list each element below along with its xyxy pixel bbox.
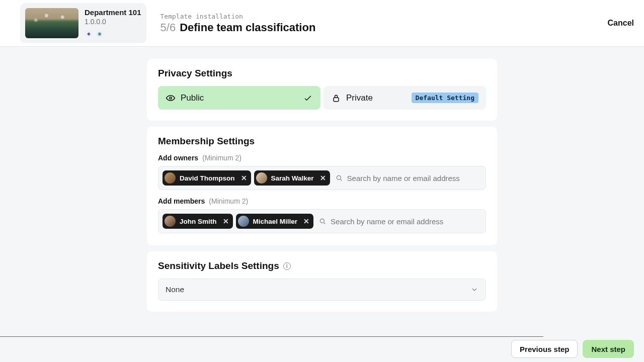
members-input[interactable]: John Smith ✕ Michael Miller ✕ <box>158 209 486 233</box>
remove-owner-icon[interactable]: ✕ <box>241 174 247 182</box>
remove-member-icon[interactable]: ✕ <box>303 217 309 225</box>
member-chip-name: John Smith <box>180 218 217 225</box>
members-field-label: Add members (Minimum 2) <box>158 197 486 205</box>
members-label-text: Add members <box>158 197 205 205</box>
privacy-public-label: Public <box>181 93 204 103</box>
lock-icon <box>331 93 341 103</box>
default-setting-badge: Default Setting <box>412 93 478 103</box>
avatar <box>238 216 249 227</box>
next-step-button[interactable]: Next step <box>583 340 634 358</box>
template-app-badges: ◆ ◉ <box>85 30 141 38</box>
sensitivity-select[interactable]: None <box>158 279 486 301</box>
owners-label-text: Add owners <box>158 154 198 162</box>
search-icon <box>318 217 327 225</box>
info-icon[interactable]: i <box>283 262 291 270</box>
owners-input[interactable]: David Thompson ✕ Sarah Walker ✕ <box>158 166 486 190</box>
membership-settings-card: Membership Settings Add owners (Minimum … <box>147 127 497 245</box>
member-chip: John Smith ✕ <box>163 214 233 229</box>
template-name: Department 101 <box>85 8 141 17</box>
owner-chip: Sarah Walker ✕ <box>254 170 330 186</box>
owner-chip-name: Sarah Walker <box>271 174 314 182</box>
privacy-private-label: Private <box>346 93 373 103</box>
remove-member-icon[interactable]: ✕ <box>223 217 229 225</box>
chevron-down-icon <box>470 286 478 294</box>
wizard-header: Department 101 1.0.0.0 ◆ ◉ Template inst… <box>0 0 644 47</box>
privacy-option-private[interactable]: Private Default Setting <box>324 86 486 110</box>
member-chip: Michael Miller ✕ <box>236 214 314 229</box>
owners-hint: (Minimum 2) <box>202 154 242 162</box>
previous-step-button[interactable]: Previous step <box>511 340 578 358</box>
wizard-title-block: Template installation 5/6 Define team cl… <box>160 13 316 34</box>
svg-point-0 <box>170 97 172 99</box>
avatar <box>165 216 176 227</box>
svg-rect-1 <box>334 98 339 102</box>
sensitivity-selected-value: None <box>166 285 184 294</box>
step-counter: 5/6 <box>160 21 176 34</box>
step-title: Define team classification <box>180 21 315 34</box>
search-icon <box>335 174 343 182</box>
members-search-input[interactable] <box>331 217 461 226</box>
remove-owner-icon[interactable]: ✕ <box>320 174 326 182</box>
owners-field-label: Add owners (Minimum 2) <box>158 154 486 162</box>
owner-chip: David Thompson ✕ <box>163 170 251 186</box>
owners-search <box>333 174 478 183</box>
member-chip-name: Michael Miller <box>253 218 298 225</box>
sensitivity-settings-title: Sensitivity Labels Settings i <box>158 260 486 272</box>
avatar <box>256 172 267 184</box>
template-card: Department 101 1.0.0.0 ◆ ◉ <box>20 3 146 43</box>
privacy-settings-title: Privacy Settings <box>158 68 486 79</box>
membership-settings-title: Membership Settings <box>158 136 486 147</box>
privacy-settings-card: Privacy Settings Public Private Default … <box>147 59 497 121</box>
teams-icon: ◆ <box>85 30 93 38</box>
eye-icon <box>166 93 176 103</box>
check-icon <box>303 93 313 103</box>
sharepoint-icon: ◉ <box>96 30 104 38</box>
privacy-option-public[interactable]: Public <box>158 86 320 110</box>
template-thumbnail <box>25 8 78 38</box>
svg-point-3 <box>320 219 324 223</box>
members-search <box>316 217 461 226</box>
svg-point-2 <box>337 175 341 179</box>
avatar <box>165 172 176 184</box>
owner-chip-name: David Thompson <box>180 174 235 182</box>
sensitivity-title-text: Sensitivity Labels Settings <box>158 260 279 272</box>
template-version: 1.0.0.0 <box>85 18 141 26</box>
owners-search-input[interactable] <box>347 174 478 183</box>
progress-bar <box>0 336 543 337</box>
cancel-button[interactable]: Cancel <box>608 19 634 28</box>
wizard-context-label: Template installation <box>160 13 316 20</box>
members-hint: (Minimum 2) <box>209 197 248 205</box>
wizard-body: Privacy Settings Public Private Default … <box>0 47 644 362</box>
sensitivity-settings-card: Sensitivity Labels Settings i None <box>147 251 497 312</box>
wizard-footer: Previous step Next step <box>511 340 634 358</box>
